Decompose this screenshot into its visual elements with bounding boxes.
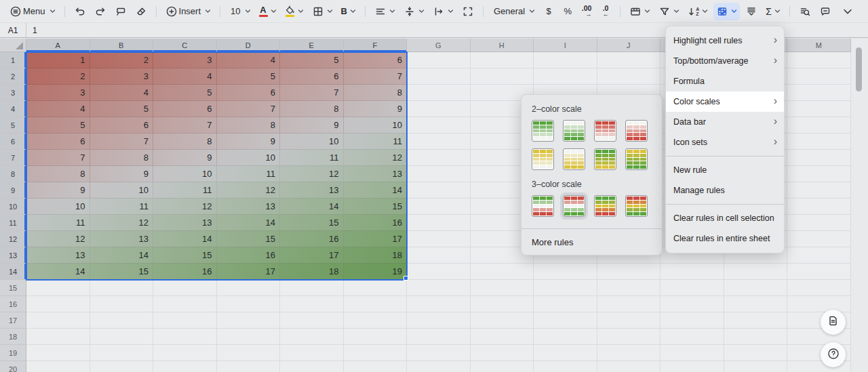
- cell-G6[interactable]: [407, 133, 471, 150]
- cell-D8[interactable]: 11: [217, 166, 281, 182]
- cell-E15[interactable]: [280, 280, 344, 296]
- cell-D20[interactable]: [217, 361, 281, 372]
- cell-M8[interactable]: [787, 166, 851, 182]
- row-header-6[interactable]: 6: [0, 133, 26, 150]
- cell-D2[interactable]: 5: [217, 68, 281, 85]
- cell-K16[interactable]: [660, 296, 724, 312]
- column-header-D[interactable]: D: [217, 39, 281, 52]
- cell-M1[interactable]: [787, 52, 851, 68]
- filter-button[interactable]: [656, 3, 682, 20]
- cell-M9[interactable]: [787, 182, 851, 199]
- cell-G7[interactable]: [407, 150, 471, 166]
- row-header-4[interactable]: 4: [0, 101, 26, 117]
- cell-H1[interactable]: [471, 52, 534, 68]
- cell-A8[interactable]: 8: [26, 166, 90, 182]
- cell-C7[interactable]: 9: [153, 150, 217, 166]
- cell-G13[interactable]: [407, 247, 471, 264]
- cell-H2[interactable]: [471, 68, 534, 85]
- cell-B14[interactable]: 15: [90, 264, 154, 280]
- cell-C16[interactable]: [153, 296, 217, 312]
- cell-D16[interactable]: [217, 296, 281, 312]
- cell-A7[interactable]: 7: [26, 150, 90, 166]
- column-header-J[interactable]: J: [597, 39, 661, 52]
- cell-C11[interactable]: 13: [153, 215, 217, 231]
- cell-D3[interactable]: 6: [217, 85, 281, 101]
- cell-G3[interactable]: [407, 85, 471, 101]
- cell-E12[interactable]: 16: [280, 231, 344, 247]
- cell-B3[interactable]: 4: [90, 85, 154, 101]
- cell-A13[interactable]: 13: [26, 247, 90, 264]
- cell-E19[interactable]: [280, 345, 344, 361]
- cell-A11[interactable]: 11: [26, 215, 90, 231]
- cell-I2[interactable]: [534, 68, 597, 85]
- cell-B20[interactable]: [90, 361, 154, 372]
- cell-D10[interactable]: 13: [217, 199, 281, 215]
- column-header-F[interactable]: F: [344, 39, 408, 52]
- cell-A14[interactable]: 14: [26, 264, 90, 280]
- cell-A17[interactable]: [26, 312, 90, 329]
- cell-I17[interactable]: [534, 312, 597, 329]
- cell-H18[interactable]: [471, 329, 534, 345]
- cell-I19[interactable]: [534, 345, 597, 361]
- fill-color-button[interactable]: [282, 3, 307, 20]
- cell-C9[interactable]: 11: [153, 182, 217, 199]
- cell-E6[interactable]: 10: [280, 133, 344, 150]
- cell-reference-box[interactable]: A1: [0, 23, 26, 37]
- menu-item-data-bar[interactable]: Data bar›: [666, 112, 784, 132]
- eraser-button[interactable]: [132, 3, 150, 20]
- decrease-decimal-button[interactable]: .0 ←: [597, 3, 614, 20]
- menu-item-clear-rules-in-entire-sheet[interactable]: Clear rules in entire sheet: [666, 228, 784, 249]
- cell-D9[interactable]: 12: [217, 182, 281, 199]
- cell-C12[interactable]: 14: [153, 231, 217, 247]
- menu-item-clear-rules-in-cell-selection[interactable]: Clear rules in cell selection: [666, 208, 784, 228]
- cell-G10[interactable]: [407, 199, 471, 215]
- cell-C1[interactable]: 3: [153, 52, 217, 68]
- insert-button[interactable]: Insert: [163, 3, 214, 20]
- collapse-toolbar-button[interactable]: [840, 3, 856, 20]
- comment-button[interactable]: [816, 3, 834, 20]
- cell-J18[interactable]: [597, 329, 661, 345]
- cell-A20[interactable]: [26, 361, 90, 372]
- cell-B17[interactable]: [90, 312, 154, 329]
- cell-D1[interactable]: 4: [217, 52, 281, 68]
- cell-E7[interactable]: 11: [280, 150, 344, 166]
- cell-E5[interactable]: 9: [280, 117, 344, 133]
- cell-I15[interactable]: [534, 280, 597, 296]
- cell-B10[interactable]: 11: [90, 199, 154, 215]
- cell-F3[interactable]: 8: [344, 85, 408, 101]
- row-header-14[interactable]: 14: [0, 264, 26, 280]
- cell-F6[interactable]: 11: [344, 133, 408, 150]
- sum-button[interactable]: Σ: [763, 3, 783, 20]
- cell-E11[interactable]: 15: [280, 215, 344, 231]
- cell-G16[interactable]: [407, 296, 471, 312]
- row-grouping-button[interactable]: [743, 3, 760, 20]
- cell-A16[interactable]: [26, 296, 90, 312]
- row-header-15[interactable]: 15: [0, 280, 26, 296]
- cell-F8[interactable]: 13: [344, 166, 408, 182]
- cell-F13[interactable]: 18: [344, 247, 408, 264]
- cell-F14[interactable]: 19: [344, 264, 408, 280]
- cell-H20[interactable]: [471, 361, 534, 372]
- cell-B4[interactable]: 5: [90, 101, 154, 117]
- row-header-10[interactable]: 10: [0, 199, 26, 215]
- cell-M4[interactable]: [787, 101, 851, 117]
- color-scale-swatch-yellow-green[interactable]: [625, 148, 648, 170]
- cell-D15[interactable]: [217, 280, 281, 296]
- color-scale-swatch-green-yellow[interactable]: [594, 148, 616, 170]
- cell-I1[interactable]: [534, 52, 597, 68]
- cell-J17[interactable]: [597, 312, 661, 329]
- cell-G19[interactable]: [407, 345, 471, 361]
- cell-E16[interactable]: [280, 296, 344, 312]
- cell-C6[interactable]: 8: [153, 133, 217, 150]
- cell-C3[interactable]: 5: [153, 85, 217, 101]
- row-header-12[interactable]: 12: [0, 231, 26, 247]
- row-header-20[interactable]: 20: [0, 361, 26, 372]
- row-header-2[interactable]: 2: [0, 68, 26, 85]
- conditional-formatting-button[interactable]: [713, 3, 740, 20]
- cell-B9[interactable]: 10: [90, 182, 154, 199]
- cell-F19[interactable]: [344, 345, 408, 361]
- formula-input[interactable]: 1: [26, 26, 37, 35]
- cell-C5[interactable]: 7: [153, 117, 217, 133]
- cell-A9[interactable]: 9: [26, 182, 90, 199]
- cell-A12[interactable]: 12: [26, 231, 90, 247]
